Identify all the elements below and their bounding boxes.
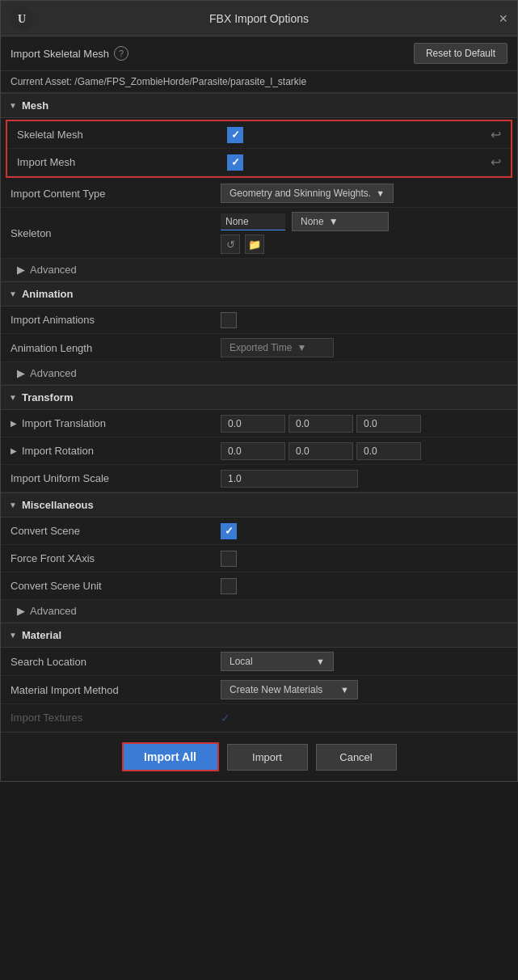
sub-header: Import Skeletal Mesh ? Reset to Default — [1, 36, 517, 71]
skeleton-controls: None ▼ ↺ 📁 — [221, 212, 507, 254]
force-front-xaxis-label: Force Front XAxis — [11, 552, 221, 564]
animation-advanced-arrow-icon: ▶ — [17, 367, 25, 379]
animation-length-value: Exported Time — [230, 342, 292, 353]
import-translation-control — [221, 415, 507, 433]
mesh-advanced-arrow-icon: ▶ — [17, 264, 25, 276]
animation-advanced-row[interactable]: ▶ Advanced — [1, 362, 517, 385]
import-button[interactable]: Import — [227, 744, 308, 771]
convert-scene-row: Convert Scene — [1, 517, 517, 545]
import-animations-label: Import Animations — [11, 314, 221, 326]
skeleton-dropdown[interactable]: None ▼ — [292, 212, 389, 231]
convert-scene-unit-row: Convert Scene Unit — [1, 572, 517, 600]
transform-arrow-icon: ▼ — [9, 393, 17, 402]
uniform-scale-input[interactable] — [221, 470, 358, 488]
search-location-arrow-icon: ▼ — [316, 657, 325, 666]
window-title: FBX Import Options — [209, 12, 309, 25]
import-mesh-checkbox[interactable] — [227, 154, 243, 171]
import-mesh-row: Import Mesh ↩ — [7, 149, 511, 176]
skeleton-dropdown-arrow-icon: ▼ — [329, 216, 339, 227]
material-arrow-icon: ▼ — [9, 631, 17, 640]
help-icon[interactable]: ? — [114, 46, 128, 61]
mesh-advanced-row[interactable]: ▶ Advanced — [1, 259, 517, 281]
convert-scene-unit-checkbox[interactable] — [221, 578, 237, 594]
cancel-button[interactable]: Cancel — [316, 744, 397, 771]
convert-scene-unit-control — [221, 578, 507, 594]
skeleton-row: Skeleton None ▼ ↺ 📁 — [1, 208, 517, 259]
reset-to-default-button[interactable]: Reset to Default — [414, 43, 507, 64]
skeletal-mesh-row: Skeletal Mesh ↩ — [7, 121, 511, 149]
force-front-xaxis-control — [221, 551, 507, 567]
import-content-type-arrow-icon: ▼ — [376, 188, 385, 198]
skeleton-text-input[interactable] — [221, 213, 285, 230]
current-asset-bar: Current Asset: /Game/FPS_ZombieHorde/Par… — [1, 71, 517, 93]
rotation-z-input[interactable] — [356, 442, 421, 460]
convert-scene-label: Convert Scene — [11, 525, 221, 537]
import-rotation-arrow-icon: ▶ — [11, 446, 17, 455]
mesh-arrow-icon: ▼ — [9, 101, 17, 110]
import-rotation-label: ▶ Import Rotation — [11, 445, 221, 457]
material-import-method-value: Create New Materials — [230, 684, 322, 695]
import-all-button[interactable]: Import All — [122, 742, 219, 771]
skeletal-mesh-checkbox[interactable] — [227, 127, 243, 143]
animation-section-header[interactable]: ▼ Animation — [1, 281, 517, 306]
search-location-control: Local ▼ — [221, 652, 507, 671]
import-rotation-row: ▶ Import Rotation — [1, 437, 517, 465]
skeleton-browse-icon[interactable]: 📁 — [245, 234, 264, 254]
animation-length-label: Animation Length — [11, 342, 221, 354]
import-uniform-scale-control — [221, 470, 507, 488]
animation-length-control: Exported Time ▼ — [221, 338, 507, 357]
transform-section-label: Transform — [22, 391, 74, 403]
skeleton-bottom: ↺ 📁 — [221, 234, 507, 254]
skeleton-label: Skeleton — [11, 227, 221, 239]
import-uniform-scale-label: Import Uniform Scale — [11, 472, 221, 484]
skeletal-mesh-undo-icon[interactable]: ↩ — [491, 127, 501, 142]
force-front-xaxis-row: Force Front XAxis — [1, 545, 517, 572]
import-mesh-undo-icon[interactable]: ↩ — [491, 154, 501, 170]
material-import-method-dropdown[interactable]: Create New Materials ▼ — [221, 680, 358, 699]
miscellaneous-section-header[interactable]: ▼ Miscellaneous — [1, 492, 517, 517]
import-animations-checkbox[interactable] — [221, 312, 237, 328]
import-content-type-value: Geometry and Skinning Weights. — [230, 188, 371, 199]
translation-y-input[interactable] — [288, 415, 353, 433]
import-rotation-control — [221, 442, 507, 460]
convert-scene-unit-label: Convert Scene Unit — [11, 580, 221, 592]
material-import-method-control: Create New Materials ▼ — [221, 680, 507, 699]
animation-length-dropdown[interactable]: Exported Time ▼ — [221, 338, 334, 357]
import-translation-label: ▶ Import Translation — [11, 417, 221, 429]
import-textures-control: ✓ — [221, 712, 507, 724]
import-textures-row: Import Textures ✓ — [1, 704, 517, 732]
import-translation-inputs — [221, 415, 421, 433]
import-textures-label: Import Textures — [11, 712, 221, 724]
footer: Import All Import Cancel — [1, 732, 517, 781]
force-front-xaxis-checkbox[interactable] — [221, 551, 237, 567]
search-location-dropdown[interactable]: Local ▼ — [221, 652, 334, 671]
animation-advanced-label: Advanced — [30, 367, 77, 379]
mesh-section-header[interactable]: ▼ Mesh — [1, 93, 517, 118]
skeleton-reset-icon[interactable]: ↺ — [221, 234, 240, 254]
animation-length-arrow-icon: ▼ — [297, 342, 306, 353]
skeletal-mesh-label: Skeletal Mesh — [17, 129, 227, 141]
translation-z-input[interactable] — [356, 415, 421, 433]
material-section-header[interactable]: ▼ Material — [1, 623, 517, 648]
rotation-y-input[interactable] — [288, 442, 353, 460]
import-translation-arrow-icon: ▶ — [11, 419, 17, 428]
material-import-method-arrow-icon: ▼ — [340, 685, 349, 695]
convert-scene-control — [221, 523, 507, 539]
miscellaneous-section-label: Miscellaneous — [22, 499, 94, 511]
search-location-label: Search Location — [11, 656, 221, 668]
convert-scene-checkbox[interactable] — [221, 523, 237, 539]
misc-advanced-label: Advanced — [30, 605, 77, 617]
close-button[interactable]: × — [499, 11, 507, 26]
sub-header-left: Import Skeletal Mesh ? — [11, 46, 128, 61]
material-import-method-row: Material Import Method Create New Materi… — [1, 676, 517, 704]
import-rotation-inputs — [221, 442, 421, 460]
import-content-type-dropdown[interactable]: Geometry and Skinning Weights. ▼ — [221, 184, 394, 203]
rotation-x-input[interactable] — [221, 442, 285, 460]
import-content-type-row: Import Content Type Geometry and Skinnin… — [1, 180, 517, 208]
translation-x-input[interactable] — [221, 415, 285, 433]
import-uniform-scale-row: Import Uniform Scale — [1, 465, 517, 492]
search-location-row: Search Location Local ▼ — [1, 648, 517, 676]
import-content-type-label: Import Content Type — [11, 188, 221, 200]
misc-advanced-row[interactable]: ▶ Advanced — [1, 600, 517, 623]
transform-section-header[interactable]: ▼ Transform — [1, 385, 517, 410]
